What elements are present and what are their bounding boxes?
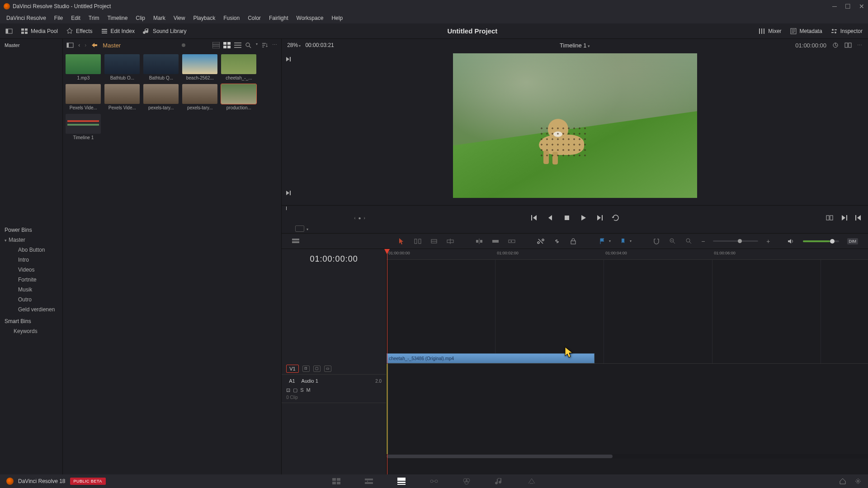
playhead-line[interactable] — [387, 249, 387, 474]
media-page-icon[interactable] — [331, 477, 341, 486]
zoom-in-icon[interactable]: + — [766, 238, 770, 245]
zoom-out-icon[interactable]: − — [701, 238, 705, 245]
powerbin-item[interactable]: Videos — [0, 265, 62, 275]
settings-gear-icon[interactable] — [854, 478, 862, 485]
more-options-icon[interactable]: ⋯ — [272, 42, 278, 48]
video-track-area[interactable]: cheetah_-_53486 (Original).mp4 — [387, 260, 868, 364]
deliver-page-icon[interactable] — [527, 477, 537, 486]
edit-index-button[interactable]: Edit Index — [101, 28, 135, 35]
a1-lock-icon[interactable]: ⊡ — [286, 387, 290, 393]
a1-mute-icon[interactable]: M — [306, 387, 310, 393]
media-clip[interactable]: Pexels Vide... — [66, 84, 101, 110]
media-clip[interactable]: 1.mp3 — [66, 54, 101, 80]
media-clip[interactable]: Pexels Vide... — [104, 84, 140, 110]
media-clip[interactable]: Timeline 1 — [66, 114, 101, 140]
snapping-icon[interactable] — [652, 237, 660, 245]
menu-view[interactable]: View — [170, 14, 189, 23]
powerbin-item[interactable]: Outro — [0, 295, 62, 305]
clip-thumbnail[interactable] — [221, 84, 256, 104]
a1-track-header[interactable]: A1 Audio 1 2.0 ⊡ ▢ S M 0 Clip — [282, 375, 386, 403]
menu-fusion[interactable]: Fusion — [220, 14, 243, 23]
a1-auto-select-icon[interactable]: ▢ — [293, 387, 297, 393]
list-view-icon[interactable] — [234, 42, 241, 48]
media-clip[interactable]: pexels-tary... — [143, 84, 179, 110]
timeline-ruler[interactable]: 01:00:00:00 01:00:02:00 01:00:04:00 01:0… — [387, 249, 868, 260]
insert-clip-icon[interactable] — [475, 237, 483, 245]
breadcrumb[interactable]: Master — [103, 42, 121, 49]
viewer-zoom[interactable]: 28% — [287, 42, 301, 48]
timeline-scrollbar[interactable] — [387, 454, 868, 459]
flag-icon[interactable] — [598, 237, 606, 245]
powerbin-master[interactable]: Master — [0, 235, 62, 245]
menu-color[interactable]: Color — [244, 14, 264, 23]
menu-mark[interactable]: Mark — [150, 14, 169, 23]
maximize-icon[interactable]: ☐ — [845, 3, 851, 10]
scrollbar-thumb[interactable] — [387, 455, 613, 458]
overwrite-clip-icon[interactable] — [491, 237, 500, 245]
razor-icon[interactable] — [537, 237, 545, 245]
a1-label[interactable]: A1 — [286, 377, 297, 385]
close-icon[interactable]: ✕ — [859, 3, 864, 10]
edit-page-icon[interactable] — [396, 477, 406, 486]
menu-file[interactable]: File — [51, 14, 66, 23]
mixer-button[interactable]: Mixer — [758, 28, 781, 35]
viewer-options-icon[interactable]: ⋯ — [857, 42, 863, 48]
v1-track-header[interactable]: V1 ⊡ ▢ ▭ — [282, 363, 386, 375]
loop-icon[interactable] — [612, 214, 620, 222]
prev-edit-icon[interactable]: ‹ — [354, 216, 355, 221]
media-clip[interactable]: Bathtub O... — [104, 54, 140, 80]
play-icon[interactable] — [579, 214, 587, 222]
menu-workspace[interactable]: Workspace — [293, 14, 327, 23]
powerbin-item[interactable]: Geld verdienen — [0, 305, 62, 314]
thumbnail-view-icon[interactable] — [223, 42, 231, 48]
link-icon[interactable] — [553, 237, 561, 245]
dynamic-trim-icon[interactable] — [430, 237, 438, 245]
smartbin-item[interactable]: Keywords — [0, 326, 62, 336]
flag-dropdown-icon[interactable]: ▾ — [609, 239, 611, 243]
minimize-icon[interactable]: ─ — [832, 3, 837, 10]
audio-track-area[interactable] — [387, 364, 868, 454]
powerbin-item[interactable]: Musik — [0, 285, 62, 295]
media-clip[interactable]: beach-2562... — [182, 54, 217, 80]
marker-icon[interactable] — [619, 237, 627, 245]
metadata-view-icon[interactable] — [212, 42, 220, 48]
step-fwd-icon[interactable] — [840, 214, 848, 222]
jump-start-icon[interactable] — [530, 214, 538, 222]
bypass-icon[interactable] — [832, 42, 839, 49]
record-timecode[interactable]: 01:00:00:00 — [795, 42, 826, 49]
effects-button[interactable]: Effects — [66, 28, 92, 35]
jump-end-icon[interactable] — [595, 214, 604, 222]
menu-davinci[interactable]: DaVinci Resolve — [3, 14, 50, 23]
clip-thumbnail[interactable] — [143, 54, 179, 74]
v1-enable-icon[interactable]: ▭ — [324, 366, 331, 372]
cut-page-icon[interactable] — [364, 477, 374, 486]
nav-forward-icon[interactable]: › — [85, 42, 86, 48]
media-clip[interactable]: pexels-tary... — [182, 84, 217, 110]
zoom-to-fit-icon[interactable] — [669, 237, 677, 245]
media-clip[interactable]: Bathtub Q... — [143, 54, 179, 80]
nav-back-icon[interactable]: ‹ — [78, 42, 80, 48]
zoom-slider[interactable] — [713, 240, 758, 242]
clip-thumbnail[interactable] — [221, 54, 256, 74]
search-icon[interactable] — [245, 42, 252, 48]
timeline-name-dropdown[interactable]: Timeline 1 — [560, 42, 590, 49]
v1-label[interactable]: V1 — [286, 365, 298, 373]
volume-slider[interactable] — [803, 240, 839, 242]
timeline-view-options-icon[interactable] — [292, 237, 300, 245]
menu-fairlight[interactable]: Fairlight — [265, 14, 292, 23]
volume-icon[interactable] — [787, 237, 795, 245]
replace-clip-icon[interactable] — [508, 237, 516, 245]
clip-thumbnail[interactable] — [66, 84, 101, 104]
timeline-clip[interactable]: cheetah_-_53486 (Original).mp4 — [387, 353, 594, 363]
transform-mode-icon[interactable] — [295, 225, 304, 232]
dim-button[interactable]: DIM — [847, 238, 859, 244]
blade-tool-icon[interactable] — [446, 237, 454, 245]
menu-edit[interactable]: Edit — [67, 14, 84, 23]
dual-view-icon[interactable] — [844, 42, 852, 49]
clip-thumbnail[interactable] — [104, 84, 140, 104]
next-edit-icon[interactable]: › — [364, 216, 365, 221]
sound-library-button[interactable]: Sound Library — [143, 28, 187, 35]
powerbin-item[interactable]: Fortnite — [0, 275, 62, 285]
inspector-button[interactable]: Inspector — [830, 28, 863, 35]
a1-solo-icon[interactable]: S — [300, 387, 303, 393]
